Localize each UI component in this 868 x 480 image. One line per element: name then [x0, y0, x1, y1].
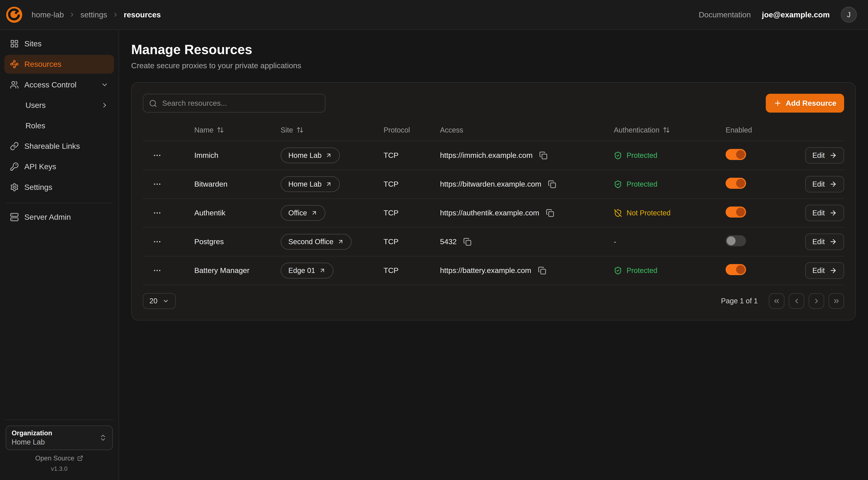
arrow-right-icon	[829, 180, 837, 188]
ellipsis-icon	[153, 266, 162, 275]
resource-name: Postgres	[194, 237, 281, 246]
enabled-toggle[interactable]	[725, 149, 746, 160]
topbar-right: Documentation joe@example.com J	[699, 7, 857, 23]
row-menu-button[interactable]	[151, 264, 164, 277]
sidebar-item-shareable-links[interactable]: Shareable Links	[4, 137, 114, 156]
first-page-button[interactable]	[769, 293, 784, 309]
enabled-toggle[interactable]	[725, 178, 746, 189]
copy-icon	[546, 209, 554, 217]
sidebar-item-access-control[interactable]: Access Control	[4, 75, 114, 94]
documentation-link[interactable]: Documentation	[699, 10, 751, 19]
external-link-icon	[77, 455, 83, 461]
edit-button[interactable]: Edit	[805, 262, 844, 279]
row-menu-button[interactable]	[151, 206, 164, 219]
shield-check-icon	[614, 151, 622, 160]
arrow-right-icon	[829, 238, 837, 246]
table-row: Battery Manager Edge 01 TCP https://batt…	[143, 257, 844, 285]
column-header-protocol: Protocol	[383, 126, 440, 134]
sort-icon	[297, 126, 304, 133]
resource-name: Immich	[194, 151, 281, 160]
table-header: Name Site Protocol Access Authentication…	[143, 117, 844, 141]
column-header-site[interactable]: Site	[281, 126, 383, 134]
app-window: home-lab settings resources Documentatio…	[0, 0, 868, 480]
sidebar-item-label: Sites	[24, 39, 42, 48]
site-link[interactable]: Home Lab	[281, 148, 340, 163]
auth-status: -	[614, 238, 725, 246]
organization-select-text: Organization Home Lab	[11, 429, 52, 446]
protocol-cell: TCP	[383, 266, 440, 275]
copy-button[interactable]	[537, 265, 547, 276]
sidebar-item-settings[interactable]: Settings	[4, 178, 114, 197]
sidebar-item-label: Server Admin	[24, 213, 71, 221]
main-content: Manage Resources Create secure proxies t…	[119, 30, 868, 480]
access-url: https://immich.example.com	[440, 151, 533, 160]
add-resource-button[interactable]: Add Resource	[766, 94, 844, 113]
column-header-authentication[interactable]: Authentication	[614, 126, 725, 134]
waypoints-icon	[10, 60, 19, 69]
site-link[interactable]: Office	[281, 205, 326, 221]
sidebar-item-resources[interactable]: Resources	[4, 55, 114, 74]
app-logo-icon[interactable]	[6, 6, 23, 23]
copy-button[interactable]	[538, 150, 549, 160]
copy-button[interactable]	[462, 237, 473, 247]
site-link[interactable]: Home Lab	[281, 176, 340, 192]
organization-select[interactable]: Organization Home Lab	[6, 425, 113, 450]
resource-name: Authentik	[194, 209, 281, 217]
user-email[interactable]: joe@example.com	[762, 10, 830, 19]
last-page-button[interactable]	[829, 293, 844, 309]
edit-button[interactable]: Edit	[805, 147, 844, 164]
access-port: 5432	[440, 237, 457, 246]
sidebar-item-sites[interactable]: Sites	[4, 34, 114, 53]
table-row: Postgres Second Office TCP 5432 - Edit	[143, 228, 844, 257]
arrow-up-right-icon	[311, 210, 317, 216]
page-size-select[interactable]: 20	[143, 293, 176, 309]
column-header-name[interactable]: Name	[194, 126, 281, 134]
edit-button[interactable]: Edit	[805, 205, 844, 221]
sort-icon	[217, 126, 224, 133]
organization-label: Organization	[11, 429, 52, 437]
arrow-up-right-icon	[319, 267, 326, 274]
site-link[interactable]: Edge 01	[281, 263, 334, 278]
sidebar-item-label: Access Control	[24, 80, 76, 89]
copy-button[interactable]	[545, 208, 555, 218]
sidebar-item-label: Roles	[26, 121, 45, 130]
resource-name: Battery Manager	[194, 266, 281, 275]
row-menu-button[interactable]	[151, 149, 164, 162]
chevron-down-icon	[162, 298, 169, 304]
resources-card: Add Resource Name Site Protocol Acce	[131, 82, 856, 321]
next-page-button[interactable]	[809, 293, 824, 309]
ellipsis-icon	[153, 209, 162, 217]
user-avatar[interactable]: J	[841, 7, 857, 23]
open-source-link[interactable]: Open Source	[4, 454, 114, 462]
breadcrumb-org[interactable]: home-lab	[31, 10, 64, 19]
chevrons-up-down-icon	[99, 434, 107, 442]
prev-page-button[interactable]	[789, 293, 804, 309]
search-input[interactable]	[143, 94, 326, 113]
row-menu-button[interactable]	[151, 178, 164, 191]
edit-button[interactable]: Edit	[805, 234, 844, 250]
chevron-down-icon	[101, 81, 108, 89]
sidebar-item-label: Shareable Links	[24, 142, 80, 151]
organization-value: Home Lab	[11, 438, 52, 446]
enabled-toggle[interactable]	[725, 235, 746, 246]
access-url: https://bitwarden.example.com	[440, 180, 541, 188]
edit-button[interactable]: Edit	[805, 176, 844, 192]
chevron-right-icon	[112, 11, 119, 18]
access-url: https://battery.example.com	[440, 266, 531, 275]
protocol-cell: TCP	[383, 180, 440, 188]
row-menu-button[interactable]	[151, 235, 164, 248]
enabled-toggle[interactable]	[725, 264, 746, 275]
site-link[interactable]: Second Office	[281, 234, 352, 250]
sidebar-item-server-admin[interactable]: Server Admin	[4, 208, 114, 227]
table-row: Immich Home Lab TCP https://immich.examp…	[143, 141, 844, 170]
page-size-value: 20	[150, 297, 157, 305]
arrow-up-right-icon	[326, 181, 332, 187]
breadcrumb-settings[interactable]: settings	[81, 10, 107, 19]
enabled-toggle[interactable]	[725, 207, 746, 217]
sidebar-item-users[interactable]: Users	[4, 96, 114, 115]
sidebar-item-roles[interactable]: Roles	[4, 116, 114, 135]
ellipsis-icon	[153, 237, 162, 246]
table-row: Bitwarden Home Lab TCP https://bitwarden…	[143, 170, 844, 199]
sidebar-item-api-keys[interactable]: API Keys	[4, 157, 114, 176]
copy-button[interactable]	[547, 179, 557, 189]
